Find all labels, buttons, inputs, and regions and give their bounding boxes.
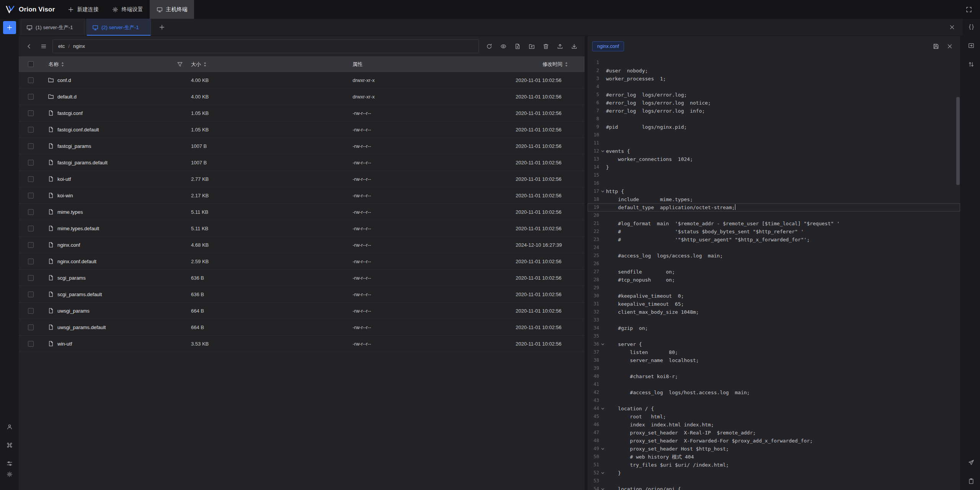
fold-chevron-icon[interactable] (599, 342, 606, 346)
send-command-button[interactable] (967, 458, 975, 467)
code-line[interactable]: 46 index index.html index.htm; (588, 421, 960, 429)
refresh-button[interactable] (483, 41, 495, 52)
code-line[interactable]: 14} (588, 163, 960, 171)
sort-size-icon[interactable] (203, 62, 207, 67)
code-line[interactable]: 32 client_max_body_size 1048m; (588, 308, 960, 316)
code-line[interactable]: 19 default_type application/octet-stream… (588, 203, 960, 211)
code-line[interactable]: 41 (588, 380, 960, 388)
column-header-name[interactable]: 名称 (49, 61, 59, 68)
row-checkbox[interactable] (28, 275, 34, 281)
file-row[interactable]: nginx.conf.default2.59 KB-rw-r--r--2020-… (19, 253, 585, 270)
code-line[interactable]: 48 proxy_set_header X-Forwarded-For $pro… (588, 437, 960, 445)
code-line[interactable]: 3worker_processes 1; (588, 75, 960, 83)
add-tab-button[interactable] (156, 21, 168, 33)
menu-item-new-connection[interactable]: 新建连接 (61, 0, 105, 19)
download-button[interactable] (568, 41, 580, 52)
code-line[interactable]: 17http { (588, 187, 960, 195)
file-row[interactable]: koi-utf2.77 KB-rw-r--r--2020-11-01 10:02… (19, 171, 585, 187)
code-line[interactable]: 50 # web history 模式 404 (588, 453, 960, 461)
sort-panels-button[interactable] (967, 60, 975, 69)
code-line[interactable]: 26 (588, 260, 960, 268)
file-row[interactable]: default.d4.00 KBdrwxr-xr-x2020-11-01 10:… (19, 88, 585, 105)
code-line[interactable]: 4 (588, 83, 960, 91)
code-line[interactable]: 21 #log_format main '$remote_addr - $rem… (588, 220, 960, 228)
file-name[interactable]: uwsgi_params.default (57, 324, 106, 330)
fold-chevron-icon[interactable] (599, 406, 606, 411)
code-line[interactable]: 45 root html; (588, 413, 960, 421)
file-name[interactable]: scgi_params (57, 275, 86, 281)
file-row[interactable]: scgi_params636 B-rw-r--r--2020-11-01 10:… (19, 270, 585, 286)
list-view-button[interactable] (38, 41, 49, 52)
settings-button[interactable] (5, 470, 14, 479)
code-line[interactable]: 52 } (588, 469, 960, 477)
file-row[interactable]: koi-win2.17 KB-rw-r--r--2020-11-01 10:02… (19, 187, 585, 204)
row-checkbox[interactable] (28, 209, 34, 215)
code-line[interactable]: 35 (588, 332, 960, 340)
fullscreen-button[interactable] (963, 4, 975, 15)
terminal-tab-2[interactable]: (2) server-生产-1 (87, 19, 151, 36)
file-transfer-button[interactable] (967, 41, 975, 50)
row-checkbox[interactable] (28, 94, 34, 100)
code-line[interactable]: 25 #access_log logs/access.log main; (588, 252, 960, 260)
row-checkbox[interactable] (28, 341, 34, 347)
code-line[interactable]: 34 #gzip on; (588, 324, 960, 332)
code-line[interactable]: 7#error_log logs/error.log info; (588, 107, 960, 115)
breadcrumb-segment[interactable]: nginx (73, 43, 85, 49)
file-name[interactable]: koi-utf (57, 176, 71, 182)
code-line[interactable]: 53 (588, 477, 960, 485)
code-line[interactable]: 23 # '"$http_user_agent" "$http_x_forwar… (588, 236, 960, 244)
file-row[interactable]: win-utf3.53 KB-rw-r--r--2020-11-01 10:02… (19, 336, 585, 352)
new-folder-button[interactable] (526, 41, 537, 52)
file-row[interactable]: uwsgi_params.default664 B-rw-r--r--2020-… (19, 319, 585, 336)
terminal-tab-1[interactable]: (1) server-生产-1 (21, 19, 85, 36)
new-file-button[interactable] (512, 41, 523, 52)
menu-item-terminal-settings[interactable]: 终端设置 (105, 0, 150, 19)
file-name[interactable]: nginx.conf.default (57, 259, 96, 264)
column-header-mtime[interactable]: 修改时间 (542, 61, 562, 68)
code-line[interactable]: 24 (588, 244, 960, 252)
new-tab-button[interactable] (3, 21, 16, 34)
code-line[interactable]: 10 (588, 131, 960, 139)
clipboard-button[interactable] (967, 477, 975, 485)
file-row[interactable]: mime.types5.11 KB-rw-r--r--2020-11-01 10… (19, 204, 585, 220)
code-line[interactable]: 44 location / { (588, 405, 960, 413)
file-name[interactable]: win-utf (57, 341, 72, 347)
row-checkbox[interactable] (28, 110, 34, 116)
breadcrumb-segment[interactable]: etc (58, 43, 65, 49)
code-line[interactable]: 39 (588, 364, 960, 372)
file-row[interactable]: fastcgi.conf1.05 KB-rw-r--r--2020-11-01 … (19, 105, 585, 121)
code-line[interactable]: 12events { (588, 147, 960, 155)
row-checkbox[interactable] (28, 176, 34, 182)
file-name[interactable]: conf.d (57, 77, 71, 83)
file-name[interactable]: default.d (57, 94, 77, 100)
row-checkbox[interactable] (28, 292, 34, 297)
open-file-tag[interactable]: nginx.conf (592, 41, 624, 51)
code-line[interactable]: 40 #charset koi8-r; (588, 372, 960, 380)
code-line[interactable]: 30 #keepalive_timeout 0; (588, 292, 960, 300)
code-line[interactable]: 16 (588, 179, 960, 187)
file-name[interactable]: koi-win (57, 193, 73, 198)
editor-scrollbar-thumb[interactable] (956, 97, 960, 185)
code-line[interactable]: 18 include mime.types; (588, 195, 960, 203)
file-row[interactable]: nginx.conf4.68 KB-rw-r--r--2024-12-10 16… (19, 237, 585, 253)
json-view-button[interactable] (967, 23, 975, 31)
sort-name-icon[interactable] (61, 62, 64, 67)
user-button[interactable] (5, 423, 14, 431)
code-line[interactable]: 28 #tcp_nopush on; (588, 276, 960, 284)
row-checkbox[interactable] (28, 160, 34, 166)
file-name[interactable]: nginx.conf (57, 242, 80, 248)
select-all-checkbox[interactable] (28, 61, 34, 67)
code-line[interactable]: 11 (588, 139, 960, 147)
file-row[interactable]: scgi_params.default636 B-rw-r--r--2020-1… (19, 286, 585, 303)
row-checkbox[interactable] (28, 226, 34, 231)
file-row[interactable]: conf.d4.00 KBdrwxr-xr-x2020-11-01 10:02:… (19, 72, 585, 88)
row-checkbox[interactable] (28, 127, 34, 133)
row-checkbox[interactable] (28, 143, 34, 149)
code-line[interactable]: 33 (588, 316, 960, 324)
code-line[interactable]: 43 (588, 397, 960, 405)
fold-chevron-icon[interactable] (599, 471, 606, 475)
menu-item-host-terminal[interactable]: 主机终端 (150, 0, 194, 19)
code-line[interactable]: 9#pid logs/nginx.pid; (588, 123, 960, 131)
code-line[interactable]: 49 proxy_set_header Host $http_host; (588, 445, 960, 453)
file-name[interactable]: uwsgi_params (57, 308, 90, 314)
